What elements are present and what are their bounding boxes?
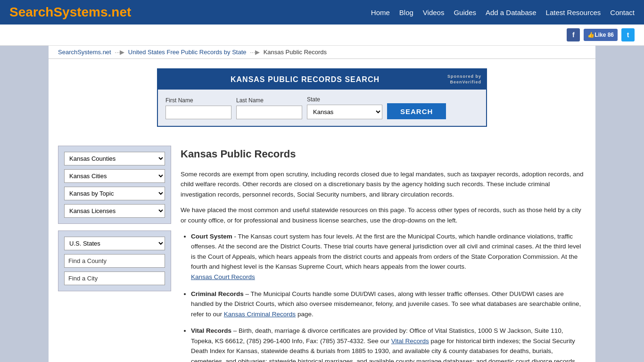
- intro-paragraph-2: We have placed the most common and usefu…: [181, 205, 586, 225]
- breadcrumb-arrow-2: ···▶: [250, 49, 260, 56]
- state-select[interactable]: Kansas: [307, 105, 382, 119]
- sponsored-label: Sponsored by BeenVerified: [447, 74, 481, 85]
- state-label: State: [307, 96, 382, 103]
- list-item-court: Court System - The Kansas court system h…: [191, 231, 586, 282]
- twitter-icon[interactable]: t: [621, 28, 635, 41]
- criminal-title: Criminal Records: [191, 290, 244, 297]
- kansas-topic-select[interactable]: Kansas by Topic: [64, 187, 165, 200]
- content-area: Kansas Counties Kansas Cities Kansas by …: [49, 141, 595, 362]
- state-group: State Kansas: [307, 96, 382, 119]
- search-section: KANSAS PUBLIC RECORDS SEARCH Sponsored b…: [49, 59, 595, 141]
- site-header: SearchSystems.net Home Blog Videos Guide…: [0, 0, 644, 25]
- vital-title: Vital Records: [191, 327, 231, 334]
- court-text: - The Kansas court system has four level…: [191, 233, 581, 271]
- logo-text: SearchSystems: [9, 5, 108, 19]
- search-button[interactable]: SEARCH: [387, 103, 446, 119]
- main-container: SearchSystems.net ···▶ United States Fre…: [49, 46, 595, 362]
- nav-blog[interactable]: Blog: [399, 8, 413, 16]
- kansas-cities-select[interactable]: Kansas Cities: [64, 169, 165, 183]
- nav-guides[interactable]: Guides: [454, 8, 476, 16]
- nav-videos[interactable]: Videos: [423, 8, 445, 16]
- criminal-text2: page.: [297, 311, 314, 318]
- logo-suffix: .net: [108, 5, 132, 19]
- kansas-criminal-records-link[interactable]: Kansas Criminal Records: [224, 311, 296, 318]
- breadcrumb-parent[interactable]: United States Free Public Records by Sta…: [128, 49, 247, 56]
- vital-records-link[interactable]: Vital Records: [391, 337, 429, 345]
- breadcrumb-current: Kansas Public Records: [264, 49, 327, 56]
- kansas-licenses-select[interactable]: Kansas Licenses: [64, 204, 165, 218]
- records-list: Court System - The Kansas court system h…: [191, 231, 586, 362]
- facebook-like-button[interactable]: 👍 Like 86: [584, 29, 618, 41]
- search-form: First Name Last Name State Kansas SEARCH: [158, 90, 486, 126]
- sidebar: Kansas Counties Kansas Cities Kansas by …: [58, 146, 171, 362]
- find-county-button[interactable]: Find a County: [64, 254, 165, 268]
- last-name-input[interactable]: [236, 106, 302, 119]
- search-title-bar: KANSAS PUBLIC RECORDS SEARCH Sponsored b…: [158, 69, 486, 90]
- nav-home[interactable]: Home: [371, 8, 390, 16]
- find-city-button[interactable]: Find a City: [64, 272, 165, 285]
- page-title: Kansas Public Records: [181, 146, 586, 162]
- sidebar-section-us: U.S. States Find a County Find a City: [58, 230, 171, 291]
- breadcrumb-arrow-1: ···▶: [115, 49, 124, 56]
- nav-add-database[interactable]: Add a Database: [486, 8, 537, 16]
- first-name-input[interactable]: [165, 106, 231, 119]
- kansas-court-records-link[interactable]: Kansas Court Records: [191, 273, 255, 280]
- breadcrumb: SearchSystems.net ···▶ United States Fre…: [49, 46, 595, 59]
- site-logo[interactable]: SearchSystems.net: [9, 5, 131, 20]
- list-item-vital: Vital Records – Birth, death, marriage &…: [191, 326, 586, 362]
- first-name-label: First Name: [165, 97, 231, 104]
- nav-contact[interactable]: Contact: [610, 8, 635, 16]
- right-content: Kansas Public Records Some records are e…: [181, 146, 586, 362]
- last-name-label: Last Name: [236, 97, 302, 104]
- breadcrumb-home[interactable]: SearchSystems.net: [58, 49, 111, 56]
- last-name-group: Last Name: [236, 97, 302, 119]
- search-title: KANSAS PUBLIC RECORDS SEARCH: [163, 75, 447, 84]
- us-states-select[interactable]: U.S. States: [64, 237, 165, 250]
- court-title: Court System: [191, 233, 232, 240]
- nav-latest-resources[interactable]: Latest Resources: [546, 8, 601, 16]
- sidebar-section-kansas: Kansas Counties Kansas Cities Kansas by …: [58, 146, 171, 224]
- facebook-icon[interactable]: f: [567, 28, 580, 41]
- search-box: KANSAS PUBLIC RECORDS SEARCH Sponsored b…: [157, 68, 487, 127]
- main-nav: Home Blog Videos Guides Add a Database L…: [371, 8, 635, 16]
- first-name-group: First Name: [165, 97, 231, 119]
- intro-paragraph-1: Some records are exempt from open scruti…: [181, 169, 586, 200]
- social-bar: f 👍 Like 86 t: [0, 25, 644, 46]
- kansas-counties-select[interactable]: Kansas Counties: [64, 152, 165, 165]
- list-item-criminal: Criminal Records – The Municipal Courts …: [191, 289, 586, 320]
